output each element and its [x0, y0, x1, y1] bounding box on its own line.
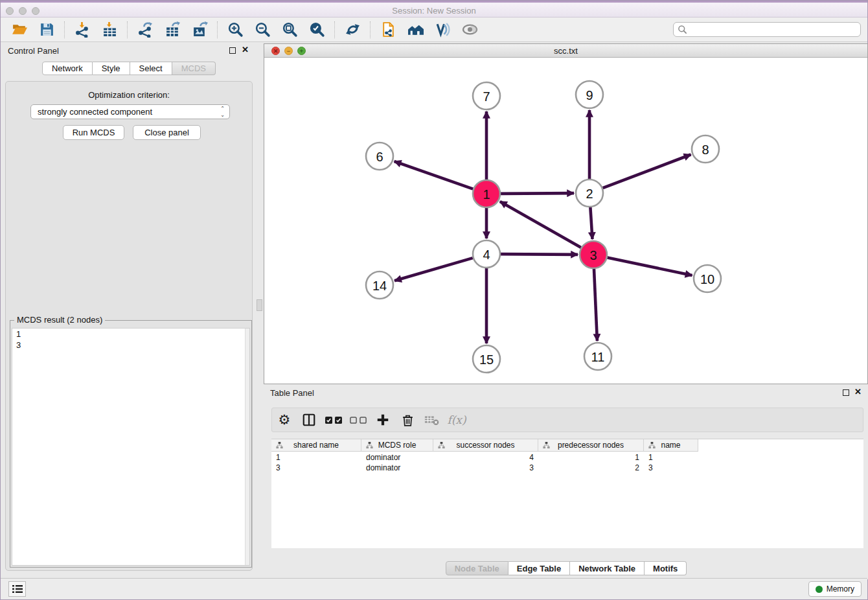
graph-edge-4-3[interactable] — [501, 254, 578, 255]
graph-edge-1-6[interactable] — [394, 161, 474, 189]
show-hide-icon[interactable] — [460, 20, 479, 40]
tab-select[interactable]: Select — [130, 62, 172, 75]
graph-node-8[interactable]: 8 — [692, 135, 719, 163]
table-options-icon[interactable]: ⚙ — [276, 411, 293, 428]
table-cell[interactable]: 1 — [271, 452, 361, 463]
close-panel-icon[interactable]: ✕ — [242, 45, 249, 55]
close-panel-icon[interactable]: ✕ — [854, 387, 862, 397]
zoom-fit-icon[interactable] — [280, 20, 299, 40]
graph-node-label: 4 — [483, 248, 490, 262]
graph-node-3[interactable]: 3 — [580, 241, 607, 268]
save-session-icon[interactable] — [37, 20, 56, 40]
graph-edge-3-11[interactable] — [594, 269, 597, 341]
open-browser-home-icon[interactable] — [405, 20, 425, 40]
unselect-all-columns-icon[interactable] — [350, 411, 367, 428]
column-header-shared-name[interactable]: shared name — [271, 439, 361, 452]
network-graph[interactable]: 1234678910111415 — [264, 58, 867, 384]
graph-node-10[interactable]: 10 — [694, 265, 721, 292]
graph-node-15[interactable]: 15 — [473, 345, 500, 373]
export-image-icon[interactable] — [190, 20, 209, 40]
table-row[interactable]: 3dominator323 — [271, 463, 698, 473]
close-panel-button[interactable]: Close panel — [133, 125, 201, 140]
table-panel: Table Panel ✕ ⚙ — [264, 384, 868, 579]
column-header-name[interactable]: name — [644, 439, 698, 452]
attribute-type-icon — [543, 442, 550, 449]
delete-columns-icon[interactable] — [399, 411, 416, 428]
table-cell[interactable]: 3 — [271, 463, 361, 473]
graph-node-1[interactable]: 1 — [473, 180, 500, 207]
import-table-icon[interactable] — [100, 20, 119, 40]
zoom-out-icon[interactable] — [253, 20, 272, 40]
open-file-icon[interactable] — [10, 20, 29, 40]
column-header-successor-nodes[interactable]: successor nodes — [433, 439, 538, 452]
select-all-columns-icon[interactable] — [325, 411, 342, 428]
tab-edge-table[interactable]: Edge Table — [508, 561, 570, 575]
graph-node-11[interactable]: 11 — [584, 343, 611, 370]
graph-node-2[interactable]: 2 — [576, 179, 603, 207]
search-icon — [678, 25, 687, 37]
result-scrollbar[interactable] — [245, 329, 249, 565]
import-network-icon[interactable] — [73, 20, 92, 40]
float-panel-icon[interactable] — [843, 389, 849, 396]
zoom-selected-icon[interactable] — [307, 20, 326, 40]
float-panel-icon[interactable] — [229, 47, 236, 54]
zoom-in-icon[interactable] — [225, 20, 245, 40]
mcds-result-textarea[interactable]: 1 3 — [12, 328, 250, 566]
table-cell[interactable]: 1 — [538, 452, 644, 463]
graph-node-7[interactable]: 7 — [473, 82, 500, 110]
network-window-titlebar: ✕ − + scc.txt — [264, 44, 867, 58]
delete-table-icon[interactable] — [424, 411, 440, 428]
table-cell[interactable]: 2 — [538, 463, 644, 473]
graph-node-label: 15 — [479, 352, 494, 367]
table-cell[interactable]: dominator — [361, 463, 433, 473]
tab-mcds[interactable]: MCDS — [172, 62, 216, 75]
tab-network-table[interactable]: Network Table — [570, 561, 645, 575]
graph-node-label: 10 — [700, 272, 714, 286]
tab-network[interactable]: Network — [42, 62, 93, 75]
table-toolbar: ⚙ f(x) — [271, 408, 863, 432]
graph-edge-2-3[interactable] — [590, 207, 592, 239]
chevron-up-down-icon: ⌃⌄ — [220, 106, 225, 119]
control-panel-tabs: Network Style Select MCDS — [1, 62, 257, 75]
export-table-icon[interactable] — [163, 20, 182, 40]
graph-node-6[interactable]: 6 — [366, 143, 393, 170]
tab-motifs[interactable]: Motifs — [645, 561, 687, 575]
graph-node-14[interactable]: 14 — [366, 271, 393, 299]
run-mcds-button[interactable]: Run MCDS — [63, 125, 124, 140]
attribute-type-icon — [366, 442, 373, 449]
graph-node-4[interactable]: 4 — [473, 240, 500, 268]
graph-node-9[interactable]: 9 — [576, 81, 603, 108]
node-table: shared nameMCDS rolesuccessor nodesprede… — [271, 439, 863, 548]
graph-edge-2-8[interactable] — [603, 155, 691, 189]
table-tabs: Node Table Edge Table Network Table Moti… — [264, 561, 868, 575]
search-input[interactable] — [673, 22, 861, 37]
table-cell[interactable]: 1 — [644, 452, 698, 463]
apply-layout-icon[interactable] — [343, 20, 362, 40]
create-column-icon[interactable] — [374, 411, 391, 428]
column-header-MCDS-role[interactable]: MCDS role — [361, 439, 433, 452]
show-column-icon[interactable] — [301, 411, 317, 428]
optimization-criterion-select[interactable]: strongly connected component ⌃⌄ — [30, 104, 230, 119]
table-cell[interactable]: 3 — [644, 463, 698, 473]
vizmapper-icon[interactable] — [433, 20, 452, 40]
show-tasks-button[interactable] — [8, 581, 26, 597]
table-cell[interactable]: 3 — [433, 463, 538, 473]
graph-edge-4-14[interactable] — [394, 258, 473, 281]
function-builder-icon[interactable]: f(x) — [448, 411, 465, 428]
graph-edge-1-2[interactable] — [501, 193, 574, 194]
mcds-result-title: MCDS result (2 nodes) — [14, 315, 105, 325]
table-cell[interactable]: dominator — [361, 452, 433, 463]
split-pane-divider[interactable] — [257, 299, 262, 311]
table-cell[interactable]: 4 — [433, 452, 538, 463]
attribute-type-icon — [648, 442, 656, 449]
tab-node-table[interactable]: Node Table — [446, 561, 508, 575]
graph-edge-3-10[interactable] — [608, 258, 692, 276]
memory-button[interactable]: Memory — [808, 581, 862, 597]
tab-style[interactable]: Style — [93, 62, 130, 75]
export-network-icon[interactable] — [135, 20, 155, 40]
table-row[interactable]: 1dominator411 — [271, 452, 698, 463]
network-from-selection-icon[interactable] — [378, 20, 398, 40]
mcds-result-line: 3 — [12, 340, 249, 351]
graph-edge-3-1[interactable] — [500, 202, 581, 248]
column-header-predecessor-nodes[interactable]: predecessor nodes — [538, 439, 644, 452]
